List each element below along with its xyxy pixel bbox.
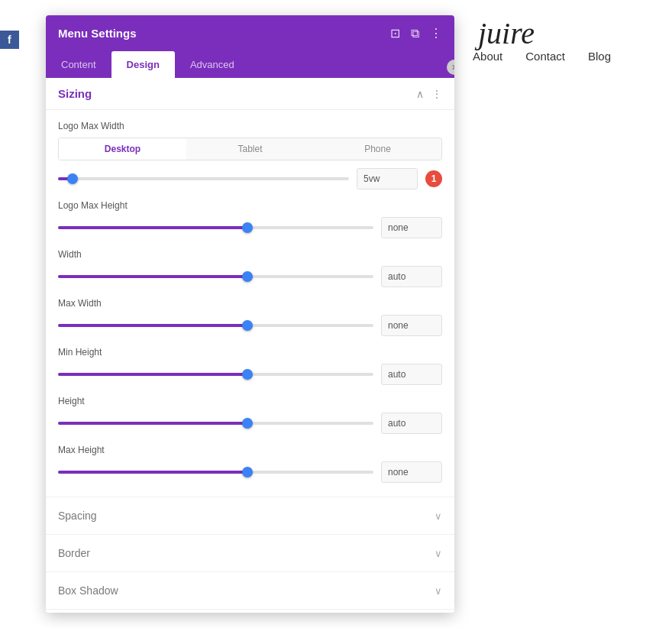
width-input[interactable]: [381, 266, 442, 287]
width-group: Width: [58, 249, 442, 287]
width-slider-row: [58, 266, 442, 287]
panel-body: Sizing ∧ ⋮ Logo Max Width Desktop Tablet…: [46, 78, 454, 613]
device-tab-desktop[interactable]: Desktop: [59, 138, 186, 160]
height-input[interactable]: [381, 413, 442, 434]
menu-settings-panel: Menu Settings ⊡ ⧉ ⋮ Content Design Advan…: [46, 15, 454, 613]
section-header-icons: ∧ ⋮: [416, 88, 442, 100]
sizing-title: Sizing: [58, 87, 92, 100]
max-width-label: Max Width: [58, 298, 442, 309]
width-value[interactable]: [381, 266, 442, 287]
logo-max-width-slider-row: 1: [58, 168, 442, 189]
site-logo: juire: [478, 15, 535, 51]
min-height-label: Min Height: [58, 347, 442, 358]
nav-blog[interactable]: Blog: [588, 50, 611, 63]
device-tab-phone[interactable]: Phone: [314, 138, 441, 160]
height-slider[interactable]: [58, 416, 373, 431]
facebook-icon[interactable]: f: [0, 31, 19, 49]
logo-max-height-value[interactable]: [381, 217, 442, 238]
border-label: Border: [58, 547, 90, 559]
min-height-input[interactable]: [381, 364, 442, 385]
spacing-chevron-icon: ∨: [435, 510, 442, 522]
logo-max-height-group: Logo Max Height: [58, 200, 442, 238]
panel-header-icons: ⊡ ⧉ ⋮: [390, 26, 442, 40]
width-slider[interactable]: [58, 269, 373, 284]
max-width-input[interactable]: [381, 315, 442, 336]
nav-about[interactable]: About: [473, 50, 502, 63]
logo-max-height-label: Logo Max Height: [58, 200, 442, 211]
width-label: Width: [58, 249, 442, 260]
spacing-section[interactable]: Spacing ∨: [46, 497, 454, 534]
height-label: Height: [58, 396, 442, 406]
logo-max-width-group: Logo Max Width Desktop Tablet Phone: [58, 121, 442, 189]
tab-design[interactable]: Design: [111, 51, 175, 78]
logo-max-width-label: Logo Max Width: [58, 121, 442, 131]
notification-badge: 1: [425, 170, 442, 187]
min-height-slider[interactable]: [58, 367, 373, 382]
max-height-group: Max Height: [58, 445, 442, 483]
filters-section[interactable]: Filters ∨: [46, 609, 454, 613]
collapse-icon[interactable]: ∧: [416, 88, 424, 100]
view-icon[interactable]: ⊡: [390, 26, 400, 40]
panel-title: Menu Settings: [58, 27, 137, 40]
max-height-slider[interactable]: [58, 465, 373, 480]
device-tabs: Desktop Tablet Phone: [58, 138, 442, 160]
min-height-slider-row: [58, 364, 442, 385]
sizing-section-header: Sizing ∧ ⋮: [46, 78, 454, 110]
nav-contact[interactable]: Contact: [525, 50, 565, 63]
more-icon[interactable]: ⋮: [430, 26, 442, 40]
panel-tabs: Content Design Advanced: [46, 51, 454, 78]
height-slider-row: [58, 413, 442, 434]
sizing-content: Logo Max Width Desktop Tablet Phone: [46, 110, 454, 497]
spacing-label: Spacing: [58, 510, 97, 522]
height-value[interactable]: [381, 413, 442, 434]
box-shadow-section[interactable]: Box Shadow ∨: [46, 571, 454, 609]
min-height-group: Min Height: [58, 347, 442, 385]
max-width-group: Max Width: [58, 298, 442, 336]
logo-max-width-slider[interactable]: [58, 171, 349, 186]
height-group: Height: [58, 396, 442, 434]
split-icon[interactable]: ⧉: [411, 27, 419, 40]
max-height-input[interactable]: [381, 461, 442, 483]
tab-advanced[interactable]: Advanced: [175, 51, 250, 78]
max-height-value[interactable]: [381, 461, 442, 483]
panel-header: Menu Settings ⊡ ⧉ ⋮: [46, 15, 454, 51]
logo-max-height-slider-row: [58, 217, 442, 238]
logo-max-width-value[interactable]: [357, 168, 418, 189]
box-shadow-label: Box Shadow: [58, 584, 118, 597]
border-chevron-icon: ∨: [435, 548, 442, 559]
max-height-slider-row: [58, 461, 442, 483]
min-height-value[interactable]: [381, 364, 442, 385]
tab-content[interactable]: Content: [46, 51, 111, 78]
logo-max-width-input[interactable]: [357, 168, 418, 189]
max-width-slider-row: [58, 315, 442, 336]
max-width-value[interactable]: [381, 315, 442, 336]
section-more-icon[interactable]: ⋮: [431, 88, 442, 100]
max-height-label: Max Height: [58, 445, 442, 455]
border-section[interactable]: Border ∨: [46, 534, 454, 571]
logo-max-height-slider[interactable]: [58, 220, 373, 235]
device-tab-tablet[interactable]: Tablet: [186, 138, 314, 160]
logo-max-height-input[interactable]: [381, 217, 442, 238]
box-shadow-chevron-icon: ∨: [435, 585, 442, 597]
max-width-slider[interactable]: [58, 318, 373, 333]
